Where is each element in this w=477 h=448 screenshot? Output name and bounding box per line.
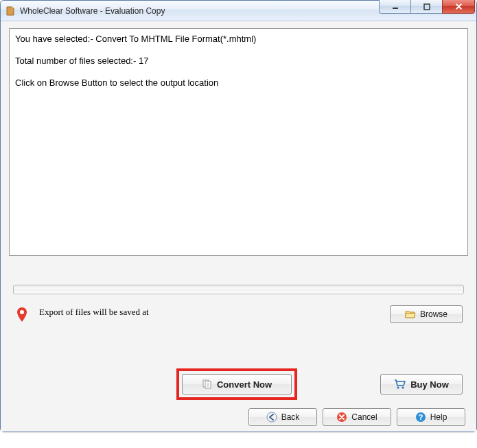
help-label: Help	[430, 412, 447, 422]
svg-text:?: ?	[418, 413, 423, 421]
browse-button-label: Browse	[420, 309, 447, 319]
shopping-cart-icon	[394, 379, 406, 390]
export-row: Export of files will be saved at Browse	[9, 305, 468, 323]
window-controls	[379, 0, 475, 14]
maximize-button[interactable]	[410, 0, 442, 14]
window-title: WholeClear Software - Evaluation Copy	[20, 6, 165, 16]
client-area: You have selected:- Convert To MHTML Fil…	[1, 21, 476, 432]
svg-rect-0	[393, 8, 398, 9]
back-button[interactable]: Back	[248, 408, 317, 426]
export-path-label: Export of files will be saved at	[39, 305, 390, 318]
svg-rect-1	[424, 4, 430, 10]
progress-area	[9, 282, 468, 294]
action-row: Convert Now Buy Now	[9, 368, 468, 400]
help-button[interactable]: ? Help	[397, 408, 465, 426]
info-line-format: You have selected:- Convert To MHTML Fil…	[15, 33, 462, 45]
location-pin-icon	[14, 305, 30, 323]
close-button[interactable]	[442, 0, 475, 14]
titlebar[interactable]: WholeClear Software - Evaluation Copy	[1, 1, 476, 21]
cancel-circle-icon	[336, 412, 347, 423]
convert-now-button[interactable]: Convert Now	[182, 374, 292, 394]
svg-point-8	[397, 386, 399, 388]
convert-now-label: Convert Now	[217, 379, 272, 390]
info-panel: You have selected:- Convert To MHTML Fil…	[9, 28, 468, 256]
help-circle-icon: ?	[415, 412, 426, 423]
convert-highlight-box: Convert Now	[176, 368, 297, 400]
buy-now-label: Buy Now	[410, 379, 449, 390]
svg-point-9	[402, 386, 404, 388]
app-icon	[5, 5, 16, 16]
info-line-instruction: Click on Browse Button to select the out…	[15, 77, 462, 89]
application-window: WholeClear Software - Evaluation Copy Yo…	[0, 0, 477, 432]
svg-point-10	[267, 412, 277, 422]
footer-row: Back Cancel ? Help	[9, 408, 468, 426]
arrow-left-circle-icon	[266, 412, 277, 423]
browse-button[interactable]: Browse	[390, 305, 463, 323]
copy-icon	[202, 379, 213, 390]
cancel-label: Cancel	[351, 412, 377, 422]
cancel-button[interactable]: Cancel	[323, 408, 391, 426]
minimize-button[interactable]	[379, 0, 410, 14]
folder-open-icon	[405, 309, 416, 319]
progress-bar	[13, 285, 464, 294]
svg-point-2	[20, 310, 24, 314]
info-line-count: Total number of files selected:- 17	[15, 55, 462, 67]
back-label: Back	[281, 412, 300, 422]
buy-now-button[interactable]: Buy Now	[380, 374, 463, 394]
